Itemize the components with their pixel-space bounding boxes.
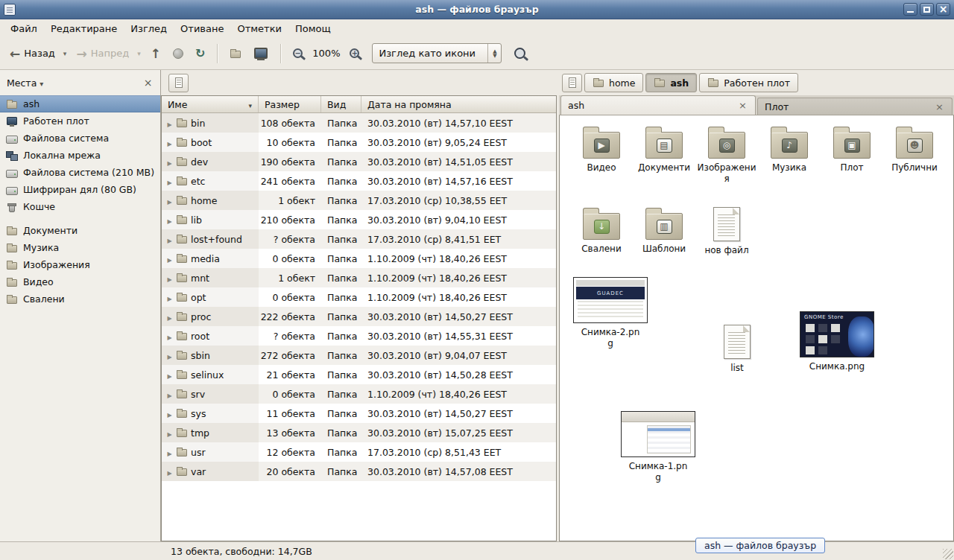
expander-icon[interactable] bbox=[166, 137, 173, 148]
table-row[interactable]: bin 108 обекта Папка 30.03.2010 (вт) 14,… bbox=[162, 113, 556, 133]
path-root-button[interactable] bbox=[562, 74, 582, 92]
column-header[interactable]: Размер bbox=[259, 96, 321, 112]
combo-arrows-icon[interactable] bbox=[487, 44, 501, 63]
table-row[interactable]: usr 12 обекта Папка 17.03.2010 (ср) 8,51… bbox=[162, 442, 556, 462]
table-row[interactable]: etc 241 обекта Папка 30.03.2010 (вт) 14,… bbox=[162, 171, 556, 191]
icon-view-item[interactable]: Документи bbox=[633, 124, 695, 174]
table-row[interactable]: selinux 21 обекта Папка 30.03.2010 (вт) … bbox=[162, 365, 556, 384]
sidebar-item[interactable]: Видео bbox=[0, 273, 160, 290]
column-header[interactable]: Име bbox=[162, 96, 259, 112]
sidebar-item[interactable]: Изображения bbox=[0, 256, 160, 273]
zoom-out-button[interactable]: − bbox=[288, 45, 308, 62]
path-button[interactable]: ash bbox=[645, 73, 697, 92]
icon-view-item[interactable]: Снимка-1.png bbox=[618, 411, 698, 483]
menu-item[interactable]: Отметки bbox=[231, 22, 287, 36]
expander-icon[interactable] bbox=[166, 427, 173, 439]
icon-view-item[interactable]: GNOME Store Снимка.png bbox=[797, 311, 877, 372]
minimize-button[interactable] bbox=[903, 3, 917, 16]
stop-button[interactable] bbox=[168, 45, 189, 63]
sidebar-item[interactable]: Работен плот bbox=[0, 112, 160, 130]
icon-view-item[interactable]: Шаблони bbox=[633, 206, 695, 255]
tab[interactable]: Плот bbox=[757, 98, 953, 115]
sidebar-item[interactable]: Шифриран дял (80 GB) bbox=[0, 181, 160, 198]
sidebar-item[interactable]: Музика bbox=[0, 239, 160, 256]
table-row[interactable]: mnt 1 обект Папка 1.10.2009 (чт) 18,40,2… bbox=[162, 268, 556, 287]
sidebar-item[interactable]: Кошче bbox=[0, 198, 160, 215]
table-row[interactable]: home 1 обект Папка 17.03.2010 (ср) 10,38… bbox=[162, 191, 556, 210]
expander-icon[interactable] bbox=[166, 156, 173, 168]
expander-icon[interactable] bbox=[166, 176, 173, 187]
path-button[interactable]: Работен плот bbox=[699, 73, 798, 92]
expander-icon[interactable] bbox=[166, 331, 173, 342]
icon-view-item[interactable]: Плот bbox=[821, 124, 883, 174]
expander-icon[interactable] bbox=[166, 369, 173, 381]
table-row[interactable]: boot 10 обекта Папка 30.03.2010 (вт) 9,0… bbox=[162, 133, 556, 152]
column-header[interactable]: Дата на промяна bbox=[361, 96, 556, 112]
table-row[interactable]: lib 210 обекта Папка 30.03.2010 (вт) 9,0… bbox=[162, 210, 556, 229]
table-row[interactable]: srv 0 обекта Папка 1.10.2009 (чт) 18,40,… bbox=[162, 384, 556, 404]
expander-icon[interactable] bbox=[166, 214, 173, 226]
sidebar-item[interactable]: Файлова система (210 MB) bbox=[0, 164, 160, 181]
table-row[interactable]: sys 11 обекта Папка 30.03.2010 (вт) 14,5… bbox=[162, 404, 556, 423]
taskbar-window-button[interactable]: ash — файлов браузър bbox=[695, 538, 825, 553]
sidebar-item[interactable]: Свалени bbox=[0, 290, 160, 308]
table-row[interactable]: root ? обекта Папка 30.03.2010 (вт) 14,5… bbox=[162, 326, 556, 346]
titlebar[interactable]: ash — файлов браузър bbox=[0, 0, 954, 19]
expander-icon[interactable] bbox=[166, 447, 173, 458]
expander-icon[interactable] bbox=[166, 350, 173, 361]
path-button[interactable]: home bbox=[584, 73, 643, 92]
icon-view-item[interactable]: Видео bbox=[570, 124, 633, 174]
table-row[interactable]: sbin 272 обекта Папка 30.03.2010 (вт) 9,… bbox=[162, 346, 556, 365]
menu-item[interactable]: Файл bbox=[4, 22, 43, 36]
expander-icon[interactable] bbox=[166, 253, 173, 264]
icon-view-item[interactable]: GUADEC Снимка-2.png bbox=[570, 277, 651, 349]
tab[interactable]: ash bbox=[560, 95, 756, 115]
chevron-down-icon[interactable] bbox=[40, 77, 43, 89]
menu-item[interactable]: Помощ bbox=[289, 22, 337, 36]
search-button[interactable] bbox=[509, 44, 531, 63]
expander-icon[interactable] bbox=[166, 408, 173, 419]
icon-view-item[interactable]: Свалени bbox=[570, 206, 633, 255]
close-button[interactable] bbox=[936, 3, 950, 16]
icon-view-item[interactable]: Изображения bbox=[695, 124, 758, 185]
forward-button[interactable]: Напред bbox=[71, 44, 134, 63]
home-folder-button[interactable] bbox=[224, 44, 247, 63]
sidebar-item[interactable] bbox=[0, 215, 160, 222]
computer-button[interactable] bbox=[248, 43, 274, 64]
expander-icon[interactable] bbox=[166, 389, 173, 400]
icon-view-item[interactable]: list bbox=[715, 323, 759, 374]
sidebar-item[interactable]: Файлова система bbox=[0, 130, 160, 147]
view-mode-combobox[interactable]: Изглед като икони bbox=[372, 43, 502, 63]
icon-view[interactable]: Видео Документи bbox=[559, 115, 954, 541]
location-root-button[interactable] bbox=[168, 74, 189, 92]
icon-view-item[interactable]: Музика bbox=[758, 124, 821, 174]
table-row[interactable]: proc 222 обекта Папка 30.03.2010 (вт) 14… bbox=[162, 307, 556, 326]
menu-item[interactable]: Отиване bbox=[174, 22, 230, 36]
up-button[interactable] bbox=[145, 45, 166, 63]
maximize-button[interactable] bbox=[920, 3, 934, 16]
table-row[interactable]: media 0 обекта Папка 1.10.2009 (чт) 18,4… bbox=[162, 249, 556, 268]
expander-icon[interactable] bbox=[166, 466, 173, 477]
back-button[interactable]: Назад bbox=[4, 44, 60, 63]
zoom-in-button[interactable]: + bbox=[344, 45, 364, 62]
expander-icon[interactable] bbox=[166, 273, 173, 284]
reload-button[interactable] bbox=[190, 42, 210, 64]
column-header[interactable]: Вид bbox=[321, 96, 361, 112]
sidebar-close-icon[interactable] bbox=[142, 77, 154, 89]
table-row[interactable]: var 20 обекта Папка 30.03.2010 (вт) 14,5… bbox=[162, 462, 556, 481]
expander-icon[interactable] bbox=[166, 311, 173, 322]
expander-icon[interactable] bbox=[166, 195, 173, 206]
table-row[interactable]: dev 190 обекта Папка 30.03.2010 (вт) 14,… bbox=[162, 152, 556, 171]
sidebar-item[interactable]: Документи bbox=[0, 222, 160, 239]
table-row[interactable]: opt 0 обекта Папка 1.10.2009 (чт) 18,40,… bbox=[162, 287, 556, 307]
forward-history-dropdown[interactable] bbox=[134, 46, 144, 61]
tab-close-icon[interactable] bbox=[737, 100, 748, 111]
sidebar-title[interactable]: Места bbox=[7, 77, 37, 89]
icon-view-item[interactable]: Публични bbox=[883, 124, 946, 174]
menu-item[interactable]: Редактиране bbox=[45, 22, 123, 36]
table-row[interactable]: tmp 13 обекта Папка 30.03.2010 (вт) 15,0… bbox=[162, 423, 556, 442]
menu-item[interactable]: Изглед bbox=[124, 22, 173, 36]
sidebar-item[interactable]: Локална мрежа bbox=[0, 147, 160, 164]
resize-grip[interactable] bbox=[943, 549, 953, 559]
expander-icon[interactable] bbox=[166, 234, 173, 245]
